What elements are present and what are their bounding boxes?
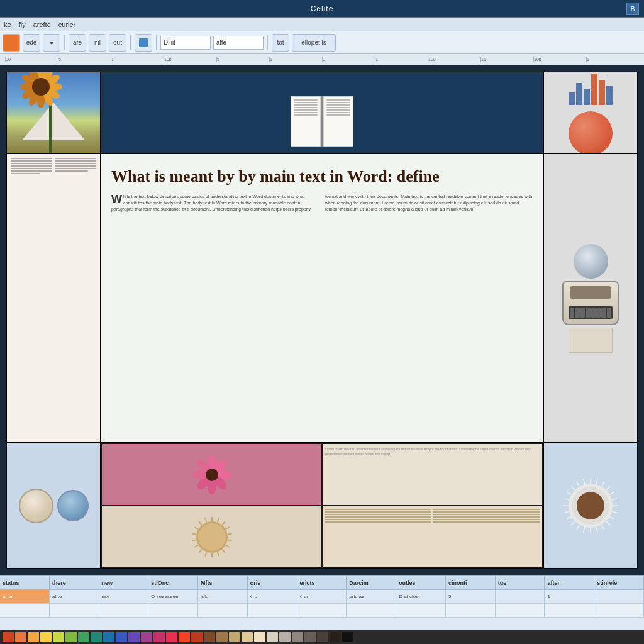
toolbar-btn-tot[interactable]: tot (272, 34, 289, 52)
book-line (326, 109, 350, 111)
toolbar-btn-main[interactable] (3, 34, 20, 52)
toolbar-input-dlliit[interactable] (160, 36, 211, 50)
swatch-2[interactable] (15, 632, 26, 642)
bar-5 (599, 80, 605, 105)
swatch-11[interactable] (128, 632, 140, 642)
cell-2-1[interactable] (50, 604, 99, 617)
swatch-18[interactable] (216, 632, 228, 642)
swatch-28[interactable] (342, 632, 353, 642)
text-line (325, 516, 431, 518)
cell-1-1[interactable]: at to (50, 590, 99, 603)
swatch-22[interactable] (267, 632, 278, 642)
sheet-header-darcim: Darcim (347, 576, 396, 589)
panel-open-book (101, 72, 543, 153)
cell-1-11[interactable]: 1 (545, 590, 594, 603)
swatch-23[interactable] (279, 632, 291, 642)
top-bar-button[interactable]: B (626, 3, 639, 15)
toolbar-btn-ede[interactable]: ede (23, 34, 40, 52)
swatch-12[interactable] (141, 632, 152, 642)
text-line (433, 516, 540, 518)
text-page-content (7, 154, 100, 442)
toolbar-sep-2 (130, 35, 131, 50)
toolbar-input-alfe[interactable] (213, 36, 264, 50)
cell-1-8[interactable]: D at clost (396, 590, 446, 603)
swatch-20[interactable] (242, 632, 253, 642)
toolbar-btn-blue[interactable] (135, 34, 152, 52)
menu-item-fly[interactable]: fly (19, 21, 26, 28)
cell-1-5[interactable]: ¢ b (248, 590, 297, 603)
cell-2-12[interactable] (594, 604, 644, 617)
ruler-mark-11: 10b (533, 57, 586, 62)
swatch-5[interactable] (53, 632, 64, 642)
paint-cans-group (14, 484, 94, 528)
toolbar-btn-ellopet[interactable]: ellopet ls (292, 34, 336, 52)
swatch-8[interactable] (91, 632, 102, 642)
cell-1-3[interactable]: Q seeeseee (148, 590, 198, 603)
sheet-header-stlonc: stlOnc (148, 576, 198, 589)
cell-2-11[interactable] (545, 604, 594, 617)
svg-line-50 (612, 499, 618, 500)
panel-spiky-ball (543, 443, 638, 569)
svg-line-59 (577, 525, 580, 530)
main-content: What is meant by by main text in Word: d… (0, 65, 644, 644)
swatch-14[interactable] (166, 632, 177, 642)
cell-2-7[interactable] (347, 604, 396, 617)
swatch-3[interactable] (28, 632, 39, 642)
menu-item-arefte[interactable]: arefte (33, 21, 51, 28)
svg-line-33 (217, 552, 218, 556)
cell-1-0[interactable]: ar ur (0, 590, 50, 603)
toolbar-btn-nil[interactable]: nil (89, 34, 106, 52)
cell-2-6[interactable] (297, 604, 347, 617)
swatch-16[interactable] (191, 632, 203, 642)
swatch-13[interactable] (153, 632, 165, 642)
cell-1-2[interactable]: use (99, 590, 149, 603)
key (570, 308, 574, 318)
svg-line-38 (192, 540, 196, 540)
swatch-27[interactable] (330, 632, 341, 642)
swatch-9[interactable] (103, 632, 114, 642)
svg-line-47 (602, 482, 605, 487)
cell-2-8[interactable] (396, 604, 446, 617)
text-line (325, 519, 431, 520)
cell-1-6[interactable]: ¢ ur (297, 590, 347, 603)
swatch-19[interactable] (229, 632, 240, 642)
cell-1-12[interactable] (594, 590, 644, 603)
swatch-17[interactable] (204, 632, 215, 642)
swatch-7[interactable] (78, 632, 89, 642)
swatch-4[interactable] (40, 632, 52, 642)
sheet-header-cinonti: cinonti (446, 576, 496, 589)
svg-point-23 (206, 469, 218, 481)
toolbar-btn-afe[interactable]: afe (69, 34, 86, 52)
menu-item-curler[interactable]: curler (58, 21, 76, 28)
bar-chart (566, 72, 615, 108)
swatch-26[interactable] (317, 632, 328, 642)
swatch-21[interactable] (254, 632, 265, 642)
swatch-24[interactable] (292, 632, 303, 642)
swatch-1[interactable] (3, 632, 14, 642)
cell-2-9[interactable] (446, 604, 496, 617)
text-line (11, 173, 40, 174)
swatch-15[interactable] (179, 632, 190, 642)
bar-6 (606, 86, 613, 105)
cell-1-9[interactable]: 5 (446, 590, 496, 603)
cell-2-10[interactable] (496, 604, 545, 617)
cell-2-4[interactable] (198, 604, 248, 617)
cell-2-3[interactable] (148, 604, 198, 617)
cell-2-2[interactable] (99, 604, 149, 617)
svg-line-41 (199, 521, 201, 525)
swatch-6[interactable] (65, 632, 77, 642)
panel-chart-circle (543, 72, 638, 153)
article-title: What is meant by by main text in Word: d… (111, 167, 533, 186)
cell-1-7[interactable]: pric ae (347, 590, 396, 603)
cell-2-0[interactable] (0, 604, 50, 617)
swatch-25[interactable] (304, 632, 316, 642)
cell-1-4[interactable]: julo (198, 590, 248, 603)
toolbar-btn-out[interactable]: out (109, 34, 126, 52)
toolbar-btn-dot[interactable]: ● (43, 34, 60, 52)
swatch-10[interactable] (116, 632, 127, 642)
cell-1-10[interactable] (496, 590, 545, 603)
book-line (326, 112, 350, 113)
menu-item-ke[interactable]: ke (4, 21, 11, 28)
cell-2-5[interactable] (248, 604, 297, 617)
text-line (11, 160, 52, 162)
